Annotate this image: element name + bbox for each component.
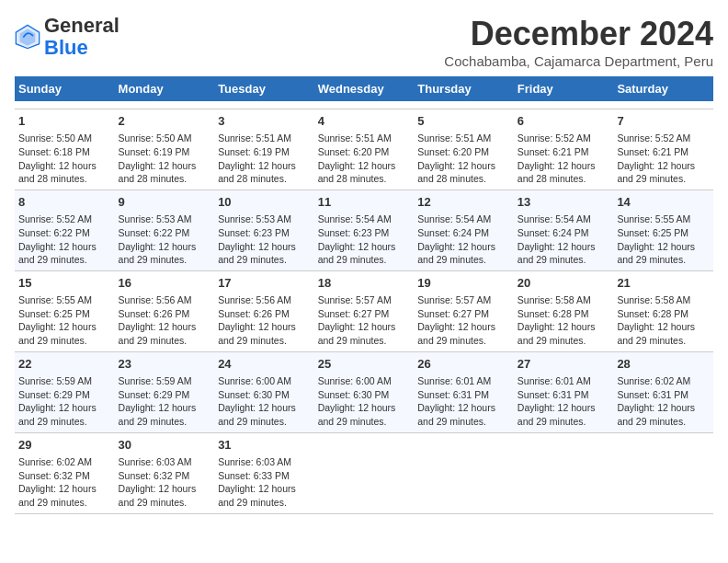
calendar-week-3: 15Sunrise: 5:55 AMSunset: 6:25 PMDayligh… (15, 270, 713, 351)
sunrise: Sunrise: 5:52 AM (18, 213, 92, 224)
sunset: Sunset: 6:27 PM (318, 308, 390, 319)
sunset: Sunset: 6:31 PM (417, 389, 489, 400)
calendar-cell: 18Sunrise: 5:57 AMSunset: 6:27 PMDayligh… (314, 270, 415, 351)
sunrise: Sunrise: 5:57 AM (318, 294, 392, 305)
sunset: Sunset: 6:29 PM (18, 389, 90, 400)
day-header-saturday: Saturday (613, 76, 713, 101)
sunset: Sunset: 6:30 PM (318, 389, 390, 400)
logo-icon (15, 24, 40, 50)
daylight: Daylight: 12 hours and 29 minutes. (518, 402, 596, 427)
sunset: Sunset: 6:33 PM (218, 470, 290, 481)
sunset: Sunset: 6:24 PM (417, 227, 489, 238)
daylight: Daylight: 12 hours and 28 minutes. (18, 160, 97, 185)
calendar-cell: 31Sunrise: 6:03 AMSunset: 6:33 PMDayligh… (214, 432, 314, 513)
calendar-cell: 23Sunrise: 5:59 AMSunset: 6:29 PMDayligh… (115, 351, 215, 432)
sunrise: Sunrise: 5:55 AM (18, 294, 92, 305)
sunrise: Sunrise: 5:53 AM (119, 213, 192, 224)
day-number: 23 (119, 356, 211, 373)
sunrise: Sunrise: 5:53 AM (218, 213, 291, 224)
daylight: Daylight: 12 hours and 29 minutes. (18, 402, 97, 427)
daylight: Daylight: 12 hours and 29 minutes. (119, 483, 197, 508)
calendar-cell: 1Sunrise: 5:50 AMSunset: 6:18 PMDaylight… (15, 109, 115, 190)
calendar-cell: 7Sunrise: 5:52 AMSunset: 6:21 PMDaylight… (613, 109, 713, 190)
daylight: Daylight: 12 hours and 28 minutes. (417, 160, 495, 185)
sunset: Sunset: 6:29 PM (119, 389, 190, 400)
calendar-week-4: 22Sunrise: 5:59 AMSunset: 6:29 PMDayligh… (15, 351, 713, 432)
calendar-cell: 10Sunrise: 5:53 AMSunset: 6:23 PMDayligh… (214, 190, 314, 270)
calendar-cell: 16Sunrise: 5:56 AMSunset: 6:26 PMDayligh… (115, 270, 215, 351)
calendar-cell (414, 432, 514, 513)
calendar-cell: 20Sunrise: 5:58 AMSunset: 6:28 PMDayligh… (514, 270, 614, 351)
sunset: Sunset: 6:19 PM (119, 146, 190, 157)
sunrise: Sunrise: 6:01 AM (518, 375, 591, 386)
day-number: 12 (417, 194, 510, 211)
calendar-cell (414, 101, 514, 109)
sunset: Sunset: 6:25 PM (18, 308, 90, 319)
day-number: 1 (18, 113, 111, 130)
daylight: Daylight: 12 hours and 28 minutes. (518, 160, 596, 185)
daylight: Daylight: 12 hours and 28 minutes. (119, 160, 197, 185)
calendar-cell: 21Sunrise: 5:58 AMSunset: 6:28 PMDayligh… (613, 270, 713, 351)
sunset: Sunset: 6:22 PM (18, 227, 90, 238)
calendar-cell: 3Sunrise: 5:51 AMSunset: 6:19 PMDaylight… (214, 109, 314, 190)
sunset: Sunset: 6:31 PM (518, 389, 589, 400)
sunrise: Sunrise: 5:59 AM (119, 375, 192, 386)
calendar-cell (613, 101, 713, 109)
day-number: 14 (617, 194, 710, 211)
day-number: 4 (318, 113, 411, 130)
calendar-cell (514, 101, 614, 109)
calendar-week-5: 29Sunrise: 6:02 AMSunset: 6:32 PMDayligh… (15, 432, 713, 513)
daylight: Daylight: 12 hours and 29 minutes. (119, 321, 197, 346)
sunrise: Sunrise: 5:55 AM (617, 213, 690, 224)
day-number: 21 (617, 275, 710, 292)
calendar-cell: 29Sunrise: 6:02 AMSunset: 6:32 PMDayligh… (15, 432, 115, 513)
day-number: 26 (417, 356, 510, 373)
daylight: Daylight: 12 hours and 29 minutes. (518, 321, 596, 346)
logo: General Blue (15, 15, 119, 59)
calendar-cell: 24Sunrise: 6:00 AMSunset: 6:30 PMDayligh… (214, 351, 314, 432)
sunrise: Sunrise: 6:02 AM (617, 375, 690, 386)
day-header-thursday: Thursday (414, 76, 514, 101)
sunrise: Sunrise: 6:01 AM (417, 375, 491, 386)
daylight: Daylight: 12 hours and 28 minutes. (218, 160, 296, 185)
calendar-cell: 19Sunrise: 5:57 AMSunset: 6:27 PMDayligh… (414, 270, 514, 351)
sunrise: Sunrise: 6:00 AM (218, 375, 291, 386)
logo-general: General (44, 14, 119, 37)
calendar-cell: 11Sunrise: 5:54 AMSunset: 6:23 PMDayligh… (314, 190, 415, 270)
day-number: 13 (518, 194, 610, 211)
sunrise: Sunrise: 5:52 AM (518, 132, 591, 144)
sunset: Sunset: 6:21 PM (518, 146, 589, 157)
calendar-cell: 2Sunrise: 5:50 AMSunset: 6:19 PMDaylight… (115, 109, 215, 190)
day-number: 29 (18, 437, 111, 454)
sunrise: Sunrise: 5:59 AM (18, 375, 92, 386)
day-number: 7 (617, 113, 710, 130)
title-area: December 2024 Cochabamba, Cajamarca Depa… (444, 15, 713, 69)
calendar-week-0 (15, 101, 713, 109)
day-number: 22 (18, 356, 111, 373)
daylight: Daylight: 12 hours and 29 minutes. (318, 321, 396, 346)
sunrise: Sunrise: 5:54 AM (417, 213, 491, 224)
day-number: 8 (18, 194, 111, 211)
sunrise: Sunrise: 5:54 AM (318, 213, 392, 224)
sunset: Sunset: 6:30 PM (218, 389, 290, 400)
daylight: Daylight: 12 hours and 29 minutes. (417, 241, 495, 266)
sunrise: Sunrise: 5:54 AM (518, 213, 591, 224)
sunset: Sunset: 6:18 PM (18, 146, 90, 157)
calendar-table: SundayMondayTuesdayWednesdayThursdayFrid… (15, 76, 713, 514)
day-number: 30 (119, 437, 211, 454)
calendar-cell (514, 432, 614, 513)
daylight: Daylight: 12 hours and 29 minutes. (417, 402, 495, 427)
daylight: Daylight: 12 hours and 29 minutes. (518, 241, 596, 266)
daylight: Daylight: 12 hours and 29 minutes. (318, 241, 396, 266)
day-header-monday: Monday (115, 76, 215, 101)
daylight: Daylight: 12 hours and 29 minutes. (218, 241, 296, 266)
sunset: Sunset: 6:20 PM (318, 146, 390, 157)
day-number: 11 (318, 194, 411, 211)
sunrise: Sunrise: 5:50 AM (18, 132, 92, 144)
day-number: 25 (318, 356, 411, 373)
day-number: 20 (518, 275, 610, 292)
day-number: 31 (218, 437, 311, 454)
daylight: Daylight: 12 hours and 29 minutes. (318, 402, 396, 427)
calendar-cell: 25Sunrise: 6:00 AMSunset: 6:30 PMDayligh… (314, 351, 415, 432)
calendar-cell: 22Sunrise: 5:59 AMSunset: 6:29 PMDayligh… (15, 351, 115, 432)
